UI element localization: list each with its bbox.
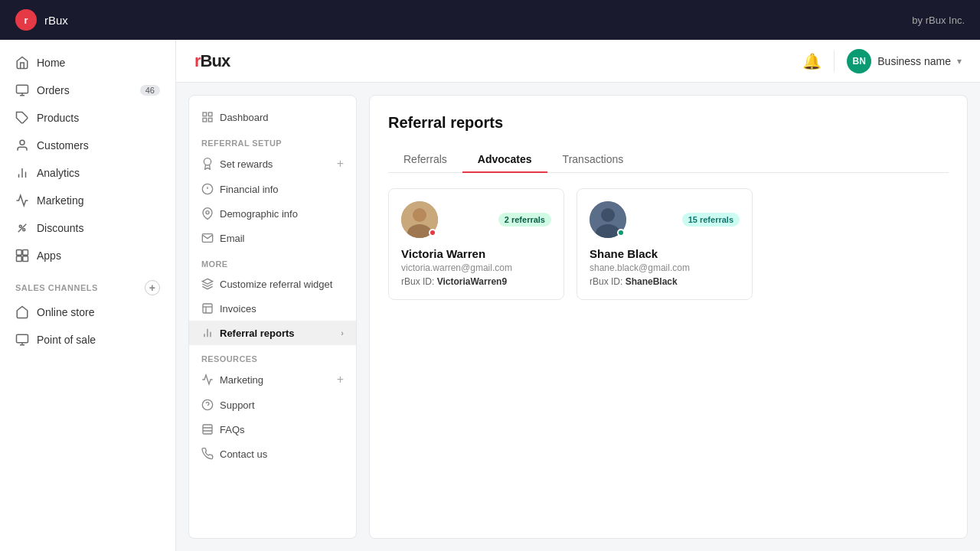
top-bar-logo-icon: r — [15, 9, 37, 31]
sidebar-item-apps[interactable]: Apps — [0, 242, 175, 269]
home-icon — [15, 56, 29, 70]
svg-rect-18 — [203, 112, 207, 116]
dashboard-label: Dashboard — [220, 112, 269, 123]
svg-point-39 — [413, 208, 426, 222]
sidebar-item-discounts[interactable]: Discounts — [0, 214, 175, 242]
products-icon — [15, 111, 29, 125]
app-sidebar-contact[interactable]: Contact us — [189, 442, 356, 466]
set-rewards-add-icon[interactable]: + — [337, 157, 344, 171]
app-sidebar-email[interactable]: Email — [189, 226, 356, 250]
app-logo: rBux — [194, 51, 230, 71]
notification-bell-icon[interactable]: 🔔 — [802, 52, 822, 70]
status-dot-shane — [617, 229, 625, 236]
user-menu[interactable]: BN Business name ▾ — [847, 49, 962, 73]
discounts-icon — [15, 221, 29, 235]
advocate-id-shane: rBux ID: ShaneBlack — [590, 276, 740, 287]
advocate-email-victoria: victoria.warren@gmail.com — [401, 262, 551, 273]
svg-point-22 — [204, 158, 211, 165]
advocate-id-victoria: rBux ID: VictoriaWarren9 — [401, 276, 551, 287]
avatar: BN — [847, 49, 871, 73]
contact-icon — [201, 448, 214, 460]
referral-reports-label: Referral reports — [220, 328, 295, 339]
add-sales-channel-button[interactable]: + — [145, 280, 160, 295]
sidebar-item-point-of-sale[interactable]: Point of sale — [0, 326, 175, 354]
card-top-victoria: 2 referrals — [401, 201, 551, 238]
sidebar-item-analytics[interactable]: Analytics — [0, 159, 175, 187]
chevron-down-icon: ▾ — [957, 56, 962, 67]
app-sidebar-financial-info[interactable]: Financial info — [189, 177, 356, 201]
svg-rect-0 — [17, 85, 28, 93]
advocates-grid: 2 referrals Victoria Warren victoria.war… — [388, 188, 949, 300]
logo-bux: Bux — [201, 51, 230, 70]
sidebar-item-products[interactable]: Products — [0, 104, 175, 132]
sidebar-label-discounts: Discounts — [37, 222, 83, 234]
svg-point-8 — [19, 225, 21, 227]
sidebar-label-customers: Customers — [37, 139, 89, 152]
top-bar-title: rBux — [44, 14, 68, 27]
advocate-email-shane: shane.black@gmail.com — [590, 262, 740, 273]
top-bar-brand: r rBux — [15, 9, 68, 31]
sidebar-item-marketing[interactable]: Marketing — [0, 187, 175, 214]
main-panel: Referral reports Referrals Advocates Tra… — [369, 95, 968, 539]
svg-point-26 — [206, 211, 209, 214]
orders-icon — [15, 83, 29, 97]
tab-referrals[interactable]: Referrals — [388, 147, 462, 173]
sidebar-item-customers[interactable]: Customers — [0, 132, 175, 159]
app-sidebar-support[interactable]: Support — [189, 393, 356, 417]
app-sidebar-customize-widget[interactable]: Customize referral widget — [189, 272, 356, 296]
advocate-name-shane: Shane Black — [590, 247, 740, 260]
svg-rect-19 — [208, 112, 212, 116]
app-sidebar-referral-reports[interactable]: Referral reports › — [189, 321, 356, 345]
app-sidebar-marketing[interactable]: Marketing + — [189, 367, 356, 393]
referral-badge-victoria: 2 referrals — [498, 213, 551, 227]
pos-icon — [15, 333, 29, 347]
card-top-shane: 15 referrals — [590, 201, 740, 238]
dashboard-icon — [201, 111, 214, 123]
marketing-resource-label: Marketing — [220, 374, 263, 386]
app-sidebar-dashboard[interactable]: Dashboard — [189, 105, 356, 129]
header-divider — [834, 51, 835, 72]
financial-icon — [201, 183, 214, 195]
svg-rect-13 — [17, 256, 22, 262]
more-section: More — [189, 250, 356, 272]
svg-point-9 — [23, 229, 25, 231]
svg-rect-21 — [208, 118, 212, 122]
avatar-container-victoria — [401, 201, 438, 238]
app-sidebar-invoices[interactable]: Invoices — [189, 296, 356, 321]
content-area: rBux 🔔 BN Business name ▾ Dashboard — [176, 40, 980, 551]
set-rewards-label: Set rewards — [220, 158, 273, 170]
avatar-container-shane — [590, 201, 626, 238]
chevron-right-icon: › — [341, 328, 344, 337]
sidebar-item-online-store[interactable]: Online store — [0, 298, 175, 326]
sidebar-label-apps: Apps — [37, 249, 61, 262]
tab-transactions[interactable]: Transactions — [547, 147, 639, 173]
email-icon — [201, 232, 214, 244]
app-sidebar-set-rewards[interactable]: Set rewards + — [189, 151, 356, 177]
online-store-icon — [15, 305, 29, 319]
top-bar-byline: by rBux Inc. — [912, 15, 965, 26]
main-layout: Home Orders 46 Products Customers Analyt… — [0, 40, 980, 551]
customers-icon — [15, 139, 29, 152]
support-label: Support — [220, 399, 255, 411]
invoices-label: Invoices — [220, 303, 256, 315]
marketing-add-icon[interactable]: + — [337, 373, 344, 386]
reward-icon — [201, 158, 214, 170]
marketing-sidebar-icon — [201, 373, 214, 386]
analytics-icon — [15, 166, 29, 180]
app-sidebar-demographic-info[interactable]: Demographic info — [189, 201, 356, 226]
app-header: rBux 🔔 BN Business name ▾ — [176, 40, 980, 83]
advocate-card-victoria: 2 referrals Victoria Warren victoria.war… — [388, 188, 564, 300]
svg-point-42 — [601, 208, 615, 222]
svg-rect-11 — [17, 250, 22, 256]
support-icon — [201, 399, 214, 411]
sidebar-label-home: Home — [37, 57, 65, 69]
referral-badge-shane: 15 referrals — [682, 213, 740, 227]
sidebar-label-orders: Orders — [37, 84, 70, 96]
app-sidebar-faqs[interactable]: FAQs — [189, 417, 356, 442]
apps-icon — [15, 249, 29, 262]
tab-advocates[interactable]: Advocates — [462, 147, 547, 173]
sidebar-item-home[interactable]: Home — [0, 49, 175, 77]
sidebar-item-orders[interactable]: Orders 46 — [0, 77, 175, 104]
svg-point-4 — [20, 140, 24, 145]
orders-badge: 46 — [140, 85, 160, 96]
